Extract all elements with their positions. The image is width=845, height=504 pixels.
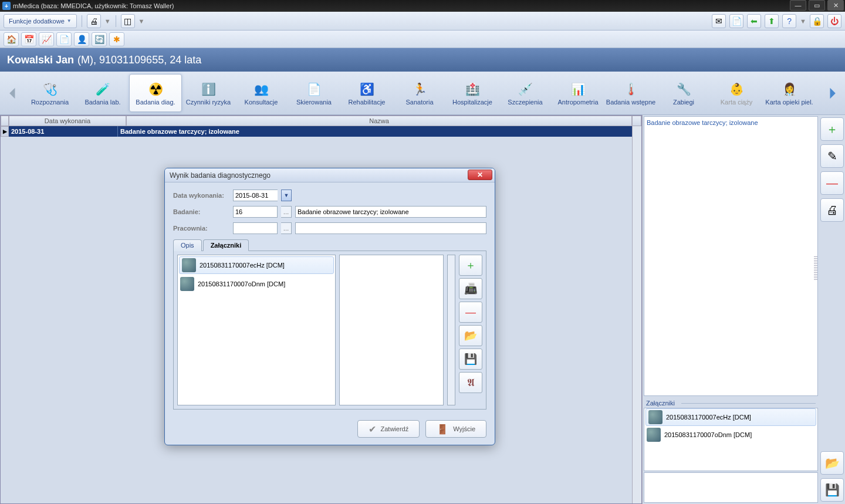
- mail-icon[interactable]: ✉: [712, 14, 726, 28]
- nav-rehabilitacje[interactable]: ♿Rehabilitacje: [340, 74, 393, 112]
- caret-down-icon[interactable]: ▼: [138, 18, 145, 25]
- exit-icon: 🚪: [437, 424, 448, 435]
- print-side-button[interactable]: 🖨: [820, 198, 844, 222]
- nav-next-button[interactable]: [822, 72, 843, 114]
- dialog-close-button[interactable]: ✕: [468, 170, 492, 180]
- exam-name-input[interactable]: [295, 206, 486, 218]
- right-panel: Badanie obrazowe tarczycy; izolowane Zał…: [642, 115, 819, 504]
- nav-karta-opieki[interactable]: 👩‍⚕️Karta opieki piel.: [763, 74, 816, 112]
- back-arrow-icon[interactable]: ⬅: [747, 14, 761, 28]
- column-header-name[interactable]: Nazwa: [126, 116, 632, 126]
- delete-button[interactable]: —: [820, 171, 844, 195]
- nav-label: Czynniki ryzyka: [186, 99, 231, 106]
- add-button[interactable]: ＋: [820, 117, 844, 141]
- extra-functions-label: Funkcje dodatkowe: [9, 18, 65, 25]
- exam-code-input[interactable]: [233, 206, 278, 218]
- lock-icon[interactable]: 🔒: [810, 14, 824, 28]
- nav-prev-button[interactable]: [2, 72, 23, 114]
- nav-zabiegi[interactable]: 🔧Zabiegi: [657, 74, 710, 112]
- vertical-scrollbar[interactable]: [632, 126, 641, 503]
- close-window-button[interactable]: ✕: [827, 0, 844, 11]
- lookup-button[interactable]: …: [281, 206, 292, 218]
- nav-skierowania[interactable]: 📄Skierowania: [288, 74, 340, 112]
- home-icon[interactable]: 🏠: [4, 32, 19, 46]
- graph-icon[interactable]: 📈: [39, 32, 54, 46]
- open-folder-button[interactable]: 📂: [820, 451, 844, 475]
- nav-karta-ciazy[interactable]: 👶Karta ciąży: [710, 74, 763, 112]
- date-dropdown-button[interactable]: ▼: [281, 190, 292, 201]
- dialog-title: Wynik badania diagnostycznego: [170, 171, 271, 180]
- dialog-titlebar[interactable]: Wynik badania diagnostycznego ✕: [165, 168, 495, 182]
- label-lab: Pracownia:: [173, 225, 229, 232]
- calendar-icon[interactable]: 📅: [21, 32, 36, 46]
- result-text-area[interactable]: Badanie obrazowe tarczycy; izolowane: [644, 116, 818, 396]
- attach-save-button[interactable]: 💾: [459, 349, 482, 370]
- nav-hospitalizacje[interactable]: 🏥Hospitalizacje: [446, 74, 499, 112]
- table-row[interactable]: ▶ 2015-08-31 Badanie obrazowe tarczycy; …: [1, 126, 632, 137]
- save-button[interactable]: 💾: [820, 478, 844, 502]
- export-icon[interactable]: 📄: [729, 14, 743, 28]
- nav-szczepienia[interactable]: 💉Szczepienia: [499, 74, 552, 112]
- nav-badania-lab[interactable]: 🧪Badania lab.: [76, 74, 129, 112]
- nav-antropometria[interactable]: 📊Antropometria: [552, 74, 604, 112]
- extra-functions-menu[interactable]: Funkcje dodatkowe ▼: [4, 14, 77, 28]
- resize-grip-icon[interactable]: [814, 256, 817, 280]
- list-item[interactable]: 20150831170007oDnm [DCM]: [644, 426, 817, 444]
- list-item[interactable]: 20150831170007ecHz [DCM]: [645, 408, 816, 426]
- caret-down-icon[interactable]: ▼: [104, 18, 111, 25]
- caret-down-icon[interactable]: ▼: [800, 18, 806, 25]
- minimize-button[interactable]: —: [790, 0, 806, 11]
- nav-badania-diag[interactable]: ☢️Badania diag.: [129, 74, 182, 112]
- patient-name: Kowalski Jan: [7, 54, 74, 66]
- nav-rozpoznania[interactable]: 🩺Rozpoznania: [23, 74, 76, 112]
- tab-zalaczniki[interactable]: Załączniki: [203, 239, 249, 251]
- attachment-name: 20150831170007oDnm [DCM]: [664, 431, 752, 438]
- attach-stamp-button[interactable]: 𝕬: [459, 372, 482, 393]
- exit-button[interactable]: 🚪 Wyjście: [425, 420, 486, 438]
- refresh-icon[interactable]: 🔄: [92, 32, 107, 46]
- attach-scan-button[interactable]: 📠: [459, 278, 482, 299]
- nav-label: Antropometria: [557, 99, 598, 106]
- power-icon[interactable]: ⏻: [827, 14, 841, 28]
- nav-label: Badania diag.: [136, 99, 175, 106]
- dicom-thumb-icon: [648, 410, 663, 424]
- nav-sanatoria[interactable]: 🏃Sanatoria: [393, 74, 446, 112]
- lab-name-input[interactable]: [295, 222, 486, 234]
- nav-badania-wstepne[interactable]: 🌡️Badania wstępne: [604, 74, 657, 112]
- lab-code-input[interactable]: [233, 222, 278, 234]
- tab-opis[interactable]: Opis: [173, 239, 202, 251]
- tab-label: Załączniki: [211, 242, 242, 249]
- nav-konsultacje[interactable]: 👥Konsultacje: [235, 74, 288, 112]
- attachments-list[interactable]: 20150831170007ecHz [DCM] 20150831170007o…: [644, 408, 818, 471]
- up-arrow-icon[interactable]: ⬆: [765, 14, 779, 28]
- column-header-date[interactable]: Data wykonania: [9, 116, 126, 126]
- maximize-button[interactable]: ▭: [809, 0, 825, 11]
- nav-czynniki-ryzyka[interactable]: ℹ️Czynniki ryzyka: [182, 74, 235, 112]
- list-item[interactable]: 20150831170007oDnm [DCM]: [178, 275, 335, 293]
- list-item[interactable]: 20150831170007ecHz [DCM]: [179, 256, 334, 274]
- app-icon: +: [2, 2, 11, 10]
- lookup-button[interactable]: …: [281, 222, 292, 234]
- attach-delete-button[interactable]: —: [459, 302, 482, 323]
- help-icon[interactable]: ?: [782, 14, 796, 28]
- result-text: Badanie obrazowe tarczycy; izolowane: [647, 119, 758, 126]
- layout-toggle-button[interactable]: ◫: [121, 14, 135, 28]
- dialog-attachments-list[interactable]: 20150831170007ecHz [DCM] 20150831170007o…: [177, 255, 336, 405]
- patient-icon[interactable]: 👤: [74, 32, 89, 46]
- attach-open-button[interactable]: 📂: [459, 325, 482, 346]
- star-icon[interactable]: ✱: [109, 32, 124, 46]
- nav-label: Zabiegi: [673, 99, 694, 106]
- date-input[interactable]: [233, 190, 278, 201]
- attachment-name: 20150831170007ecHz [DCM]: [666, 414, 751, 421]
- document-icon[interactable]: 📄: [56, 32, 72, 46]
- row-marker-header: [1, 116, 9, 126]
- notes-area[interactable]: [644, 472, 818, 503]
- attach-add-button[interactable]: ＋: [459, 255, 482, 276]
- preview-scrollbar[interactable]: [447, 255, 455, 405]
- confirm-button[interactable]: ✔ Zatwierdź: [357, 420, 420, 438]
- nav-label: Karta opieki piel.: [765, 99, 813, 106]
- print-button[interactable]: 🖨: [87, 14, 101, 28]
- dialog-tabs: Opis Załączniki: [173, 239, 486, 251]
- edit-button[interactable]: ✎: [820, 144, 844, 168]
- attachments-pane: 20150831170007ecHz [DCM] 20150831170007o…: [173, 251, 486, 410]
